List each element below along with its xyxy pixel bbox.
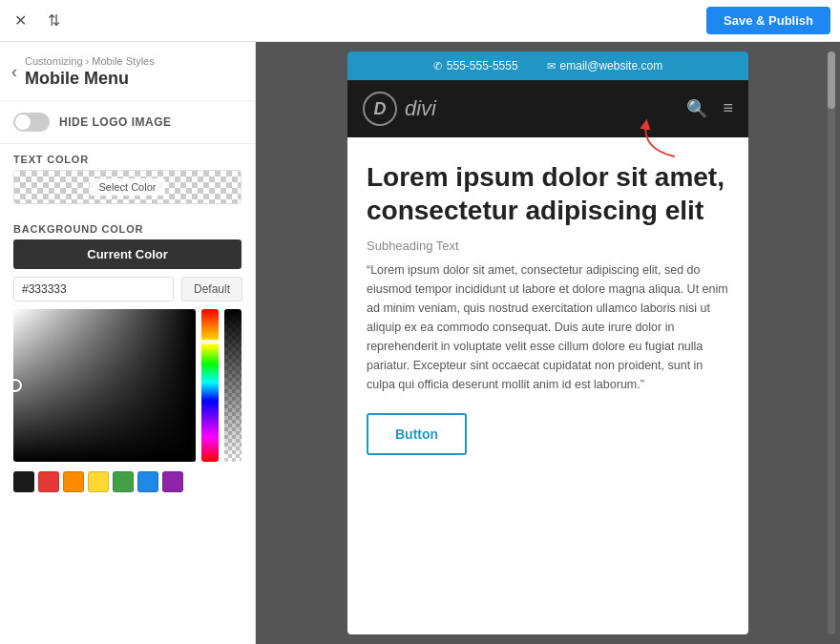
swatch-red[interactable] — [38, 471, 59, 492]
opacity-gradient — [224, 309, 242, 462]
color-inputs-row: Default — [0, 277, 255, 309]
hide-logo-label: HIDE LOGO IMAGE — [59, 115, 172, 129]
bg-color-label: BACKGROUND COLOR — [0, 214, 255, 239]
scrollbar-thumb[interactable] — [828, 52, 835, 109]
mobile-nav: D divi 🔍 ≡ — [347, 80, 748, 137]
hide-logo-row: HIDE LOGO IMAGE — [0, 101, 255, 144]
mobile-frame: ✆ 555-555-5555 ✉ email@website.com D div… — [347, 52, 748, 634]
text-color-picker[interactable]: Select Color — [13, 170, 242, 204]
nav-search-icon[interactable]: 🔍 — [686, 98, 707, 119]
hue-handle[interactable] — [200, 340, 220, 344]
page-scrollbar[interactable] — [828, 52, 835, 634]
swatch-yellow[interactable] — [88, 471, 109, 492]
email-address: email@website.com — [560, 59, 663, 73]
select-color-label: Select Color — [90, 178, 166, 196]
panel-title: Mobile Menu — [25, 69, 155, 89]
mobile-content: Lorem ipsum dolor sit amet, consectetur … — [347, 137, 748, 634]
checker-bg: Select Color — [14, 171, 241, 203]
back-icon[interactable]: ‹ — [11, 62, 17, 82]
color-picker-area — [13, 309, 242, 462]
swatch-orange[interactable] — [63, 471, 84, 492]
content-heading: Lorem ipsum dolor sit amet, consectetur … — [367, 160, 729, 227]
hex-input[interactable] — [13, 277, 174, 301]
email-info: ✉ email@website.com — [547, 59, 663, 73]
top-bar: ✕ ⇅ Save & Publish — [0, 0, 840, 42]
bg-color-section: BACKGROUND COLOR Current Color Default — [0, 214, 255, 506]
current-color-button[interactable]: Current Color — [13, 239, 242, 269]
swatch-black[interactable] — [13, 471, 34, 492]
phone-icon: ✆ — [433, 60, 442, 73]
opacity-slider[interactable] — [224, 309, 242, 462]
right-preview: ✆ 555-555-5555 ✉ email@website.com D div… — [256, 42, 840, 644]
logo-circle: D — [363, 92, 397, 126]
nav-icons: 🔍 ≡ — [686, 98, 733, 119]
hue-slider[interactable] — [201, 309, 219, 462]
sort-icon[interactable]: ⇅ — [40, 8, 67, 34]
swatches-row — [0, 471, 255, 506]
divi-logo: D divi — [363, 92, 436, 126]
text-color-label: TEXT COLOR — [0, 144, 255, 170]
text-color-section: TEXT COLOR Select Color — [0, 144, 255, 214]
nav-menu-icon[interactable]: ≡ — [723, 98, 733, 119]
mobile-top-bar: ✆ 555-555-5555 ✉ email@website.com — [347, 52, 748, 80]
default-button[interactable]: Default — [181, 277, 242, 301]
content-button[interactable]: Button — [367, 413, 467, 455]
logo-text: divi — [405, 96, 436, 121]
email-icon: ✉ — [547, 60, 556, 73]
breadcrumb-area: Customizing › Mobile Styles Mobile Menu — [25, 55, 155, 89]
color-gradient[interactable] — [13, 309, 196, 462]
phone-number: 555-555-5555 — [447, 59, 518, 73]
swatch-blue[interactable] — [137, 471, 158, 492]
save-publish-button[interactable]: Save & Publish — [706, 7, 830, 34]
breadcrumb: Customizing › Mobile Styles — [25, 55, 155, 67]
hide-logo-toggle[interactable] — [13, 113, 50, 132]
swatch-purple[interactable] — [162, 471, 183, 492]
panel-header: ‹ Customizing › Mobile Styles Mobile Men… — [0, 42, 255, 101]
swatch-green[interactable] — [113, 471, 134, 492]
main-layout: ‹ Customizing › Mobile Styles Mobile Men… — [0, 42, 840, 644]
gradient-overlay — [13, 309, 196, 462]
phone-info: ✆ 555-555-5555 — [433, 59, 518, 73]
content-subheading: Subheading Text — [367, 239, 729, 253]
close-icon[interactable]: ✕ — [10, 10, 31, 31]
left-panel: ‹ Customizing › Mobile Styles Mobile Men… — [0, 42, 256, 644]
content-body: “Lorem ipsum dolor sit amet, consectetur… — [367, 260, 729, 394]
